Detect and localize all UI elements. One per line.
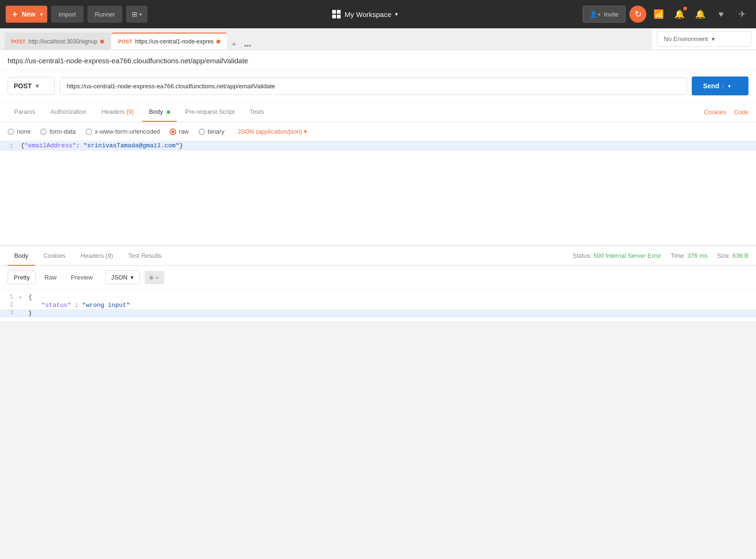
tab-url: https://us-central1-node-expres — [135, 38, 214, 45]
workspace-button[interactable]: My Workspace ▾ — [332, 10, 398, 18]
layout-button[interactable]: ⊞ ▾ — [126, 6, 147, 23]
bell-icon: 🔔 — [695, 9, 705, 19]
cookies-link[interactable]: Cookies — [704, 109, 726, 116]
more-tabs-button[interactable]: ••• — [241, 42, 255, 50]
tab-params[interactable]: Params — [8, 102, 42, 122]
radio-circle-binary — [198, 128, 205, 135]
plus-icon: ＋ — [10, 8, 19, 20]
code-link[interactable]: Code — [734, 109, 748, 116]
environment-selector[interactable]: No Environment ▾ — [657, 31, 751, 47]
tab-post-signup[interactable]: POST http://localhost:3030/signup — [5, 33, 111, 50]
format-selector[interactable]: JSON ▾ — [105, 271, 140, 284]
url-input[interactable] — [60, 77, 687, 95]
radio-none[interactable]: none — [8, 128, 31, 135]
notification-bell-icon: 🔔 — [674, 9, 685, 19]
add-tab-button[interactable]: + — [228, 40, 241, 50]
notification-bell-button[interactable]: 🔔 — [671, 6, 688, 23]
chevron-down-icon: ▾ — [304, 128, 307, 135]
req-tab-right-actions: Cookies Code — [704, 109, 748, 116]
time-label: Time: 376 ms — [670, 252, 707, 259]
tab-headers[interactable]: Headers (9) — [95, 102, 141, 122]
wifi-icon: 📶 — [653, 9, 664, 19]
chevron-down-icon: ▾ — [130, 274, 134, 281]
resp-tab-headers[interactable]: Headers (9) — [74, 246, 120, 266]
chevron-down-icon: ▾ — [395, 11, 398, 17]
send-nav-button[interactable]: ✈ — [733, 6, 750, 23]
resp-tab-cookies[interactable]: Cookies — [37, 246, 72, 266]
resp-line-2: 2 "status" : "wrong input" — [0, 301, 756, 309]
wrap-icon: ≡→ — [149, 274, 160, 281]
view-preview-button[interactable]: Preview — [65, 271, 98, 284]
tab-pre-request[interactable]: Pre-request Script — [179, 102, 241, 122]
time-value: 376 ms — [687, 252, 708, 259]
radio-circle-raw — [170, 128, 176, 135]
headers-label: Headers — [102, 108, 127, 115]
status-label: Status: 500 Internal Server Error — [573, 252, 661, 259]
send-button[interactable]: Send ▾ — [692, 76, 748, 95]
radio-urlencoded[interactable]: x-www-form-urlencoded — [86, 128, 160, 135]
tab-status-dot — [216, 40, 220, 43]
tab-method: POST — [11, 39, 26, 44]
invite-button[interactable]: 👤+ Invite — [583, 6, 626, 23]
body-options: none form-data x-www-form-urlencoded raw… — [0, 122, 756, 141]
code-content-1: {"emailAddress": "srinivasTamada@gmail.c… — [19, 142, 183, 149]
resp-content-3: } — [26, 310, 32, 317]
method-value: POST — [14, 82, 32, 90]
sync-icon: ↻ — [635, 9, 642, 19]
view-raw-button[interactable]: Raw — [39, 271, 62, 284]
tab-post-emailvalidate[interactable]: POST https://us-central1-node-expres — [112, 33, 227, 50]
environment-label: No Environment — [664, 35, 708, 42]
radio-form-data[interactable]: form-data — [40, 128, 76, 135]
sync-button[interactable]: ↻ — [629, 6, 646, 23]
resp-content-1: { — [26, 294, 32, 301]
runner-button[interactable]: Runner — [87, 6, 123, 23]
resp-tab-test-results[interactable]: Test Results — [121, 246, 168, 266]
heart-button[interactable]: ♥ — [713, 6, 730, 23]
wifi-icon-button[interactable]: 📶 — [650, 6, 667, 23]
radio-raw[interactable]: raw — [170, 128, 189, 135]
tab-body[interactable]: Body — [142, 102, 176, 122]
chevron-down-icon: ▾ — [35, 82, 39, 90]
response-code-area: 1 ▾ { 2 "status" : "wrong input" 3 } — [0, 289, 756, 321]
json-type-selector[interactable]: JSON (application/json) ▾ — [238, 128, 308, 135]
request-tabs: Params Authorization Headers (9) Body Pr… — [0, 102, 756, 122]
send-dropdown-arrow: ▾ — [723, 84, 730, 89]
resp-tab-body[interactable]: Body — [8, 246, 35, 266]
response-section: Body Cookies Headers (9) Test Results St… — [0, 245, 756, 321]
tab-url: http://localhost:3030/signup — [28, 38, 97, 45]
request-body-editor[interactable]: 1 {"emailAddress": "srinivasTamada@gmail… — [0, 141, 756, 245]
tabs-wrapper: POST http://localhost:3030/signup POST h… — [0, 29, 652, 50]
send-label: Send — [703, 82, 719, 90]
radio-binary[interactable]: binary — [198, 128, 224, 135]
response-status-area: Status: 500 Internal Server Error Time: … — [573, 252, 748, 259]
runner-label: Runner — [95, 11, 115, 18]
view-pretty-button[interactable]: Pretty — [8, 271, 36, 284]
radio-circle-urlencoded — [86, 128, 92, 135]
chevron-down-icon: ▾ — [712, 35, 715, 42]
wrap-button[interactable]: ≡→ — [145, 271, 164, 284]
tabs-bar: POST http://localhost:3030/signup POST h… — [0, 29, 652, 50]
import-label: Import — [59, 11, 76, 18]
status-value: 500 Internal Server Error — [593, 252, 661, 259]
code-line-1: 1 {"emailAddress": "srinivasTamada@gmail… — [0, 141, 756, 151]
headers-count: (9) — [126, 108, 134, 115]
send-icon: ✈ — [739, 9, 746, 19]
size-label: Size: 636 B — [717, 252, 748, 259]
tabs-env-area: POST http://localhost:3030/signup POST h… — [0, 28, 756, 50]
resp-headers-label: Headers — [81, 252, 106, 259]
tab-authorization[interactable]: Authorization — [44, 102, 93, 122]
new-button[interactable]: ＋ New ▾ — [6, 6, 47, 23]
method-selector[interactable]: POST ▾ — [8, 77, 55, 95]
bell-button[interactable]: 🔔 — [692, 6, 709, 23]
environment-wrapper: No Environment ▾ — [652, 28, 756, 50]
heart-icon: ♥ — [719, 9, 724, 19]
line-number: 1 — [0, 142, 19, 150]
resp-content-2: "status" : "wrong input" — [26, 302, 130, 309]
top-navigation: ＋ New ▾ Import Runner ⊞ ▾ My Workspace ▾… — [0, 0, 756, 28]
import-button[interactable]: Import — [51, 6, 84, 23]
request-row: POST ▾ Send ▾ — [0, 70, 756, 102]
main-content: https://us-central1-node-express-ea766.c… — [0, 50, 756, 245]
layout-icon: ⊞ — [132, 10, 137, 18]
response-tabs-bar: Body Cookies Headers (9) Test Results St… — [0, 246, 756, 266]
tab-tests[interactable]: Tests — [243, 102, 270, 122]
